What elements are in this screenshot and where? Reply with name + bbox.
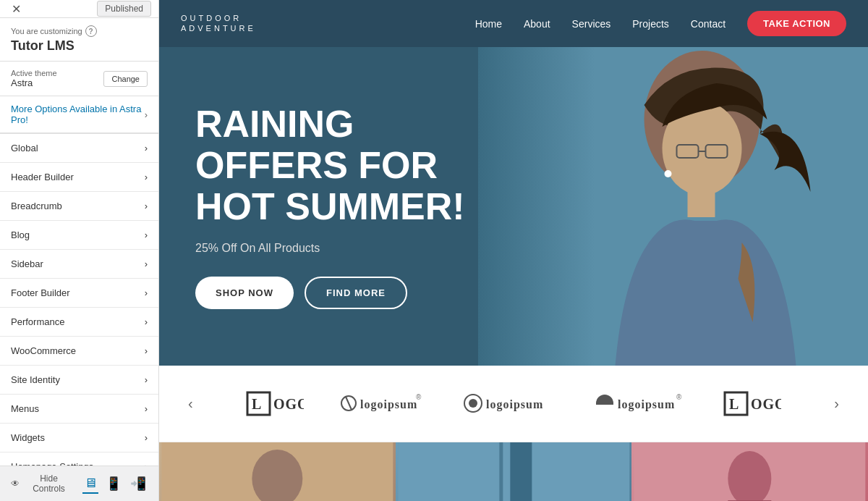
sidebar-item-widgets[interactable]: Widgets ›: [0, 424, 158, 452]
mobile-device-icon[interactable]: 📲: [129, 474, 148, 494]
svg-rect-18: [596, 403, 613, 405]
preview-image-1: [159, 442, 396, 501]
hero-content: RAINING OFFERS FOR HOT SUMMER! 25% Off O…: [159, 60, 549, 353]
chevron-right-icon: ›: [145, 258, 148, 269]
take-action-button[interactable]: TAKE ACTION: [747, 11, 846, 36]
svg-text:logoipsum: logoipsum: [486, 398, 543, 411]
svg-text:logoipsum: logoipsum: [618, 398, 675, 411]
sidebar-item-footer-builder[interactable]: Footer Builder ›: [0, 279, 158, 308]
desktop-device-icon[interactable]: 🖥: [82, 474, 98, 494]
panel-info: You are customizing ? Tutor LMS: [0, 18, 158, 62]
active-theme-row: Active theme Astra Change: [0, 62, 158, 96]
chevron-right-icon: ›: [145, 109, 148, 120]
logo-5-svg: OGO L: [723, 391, 781, 416]
close-button[interactable]: ✕: [7, 0, 25, 17]
sidebar-item-woocommerce[interactable]: WooCommerce ›: [0, 337, 158, 366]
logos-section: ‹ OGO L logoipsum ®: [159, 366, 868, 442]
close-icon: ✕: [12, 2, 21, 16]
brand-logo-4: logoipsum ®: [593, 391, 687, 416]
svg-text:®: ®: [416, 393, 422, 401]
info-icon[interactable]: ?: [85, 25, 97, 37]
brand-logo-5: OGO L: [723, 391, 781, 416]
preview-image-1-svg: [159, 442, 396, 501]
find-more-button[interactable]: FIND MORE: [305, 277, 407, 309]
hero-buttons: SHOP NOW FIND MORE: [195, 277, 513, 309]
menu-section-1: Global › Header Builder › Breadcrumb › B…: [0, 134, 158, 366]
customizing-label: You are customizing ?: [11, 25, 148, 37]
eye-icon: 👁: [11, 479, 20, 489]
active-theme-info: Active theme Astra: [11, 69, 57, 88]
chevron-right-icon: ›: [145, 230, 148, 240]
brand-logo-2: logoipsum ®: [340, 391, 427, 416]
brand-logo-3: logoipsum: [463, 391, 557, 416]
svg-rect-29: [510, 442, 532, 501]
svg-rect-3: [677, 145, 699, 158]
sidebar-item-blog[interactable]: Blog ›: [0, 221, 158, 250]
device-switcher: 🖥 📱 📲: [82, 474, 148, 494]
nav-projects[interactable]: Projects: [632, 18, 669, 30]
nav-contact[interactable]: Contact: [691, 18, 726, 30]
change-theme-button[interactable]: Change: [103, 71, 148, 87]
customizer-panel: ✕ Published You are customizing ? Tutor …: [0, 0, 159, 501]
sidebar-item-global[interactable]: Global ›: [0, 134, 158, 163]
customizing-title: Tutor LMS: [11, 38, 148, 54]
preview-image-3-svg: [631, 442, 868, 501]
chevron-right-icon: ›: [145, 172, 148, 182]
svg-text:OGO: OGO: [273, 396, 304, 412]
shop-now-button[interactable]: SHOP NOW: [195, 277, 294, 309]
sidebar-item-menus[interactable]: Menus ›: [0, 395, 158, 424]
hero-title: RAINING OFFERS FOR HOT SUMMER!: [195, 104, 513, 228]
nav-about[interactable]: About: [524, 18, 550, 30]
logo-3-svg: logoipsum: [463, 391, 557, 416]
site-preview: OUTDOOR ADVENTURE Home About Services Pr…: [159, 0, 868, 501]
svg-point-1: [644, 51, 760, 188]
logo-1-svg: OGO L: [246, 391, 304, 416]
chevron-right-icon: ›: [145, 316, 148, 327]
logos-prev-button[interactable]: ‹: [188, 395, 193, 412]
nav-home[interactable]: Home: [475, 18, 502, 30]
sidebar-item-header-builder[interactable]: Header Builder ›: [0, 163, 158, 192]
svg-text:L: L: [252, 396, 262, 412]
logo-4-svg: logoipsum ®: [593, 391, 687, 416]
chevron-right-icon: ›: [145, 287, 148, 298]
preview-image-3: [631, 442, 868, 501]
svg-text:®: ®: [676, 393, 682, 401]
logos-row: OGO L logoipsum ® logoipsum: [193, 391, 835, 416]
svg-line-12: [346, 397, 352, 410]
svg-point-6: [665, 170, 672, 177]
svg-rect-4: [706, 145, 728, 158]
site-nav: Home About Services Projects Contact TAK…: [475, 11, 846, 36]
sidebar-item-site-identity[interactable]: Site Identity ›: [0, 366, 158, 395]
preview-image-2: [396, 442, 632, 501]
site-header: OUTDOOR ADVENTURE Home About Services Pr…: [159, 0, 868, 47]
logo-2-svg: logoipsum ®: [340, 391, 427, 416]
tablet-device-icon[interactable]: 📱: [104, 474, 123, 494]
hide-controls-button[interactable]: 👁 Hide Controls: [11, 473, 74, 494]
panel-footer: 👁 Hide Controls 🖥 📱 📲: [0, 466, 158, 501]
nav-services[interactable]: Services: [572, 18, 611, 30]
site-logo: OUTDOOR ADVENTURE: [181, 14, 256, 33]
logos-next-button[interactable]: ›: [834, 395, 839, 412]
svg-rect-28: [499, 442, 503, 501]
chevron-right-icon: ›: [145, 374, 148, 385]
astra-pro-label: More Options Available in Astra Pro!: [11, 104, 145, 125]
chevron-right-icon: ›: [145, 432, 148, 443]
sidebar-item-breadcrumb[interactable]: Breadcrumb ›: [0, 192, 158, 221]
chevron-right-icon: ›: [145, 403, 148, 414]
svg-point-2: [663, 101, 742, 195]
svg-text:OGO: OGO: [751, 396, 781, 412]
published-badge: Published: [97, 1, 151, 17]
svg-text:logoipsum: logoipsum: [360, 398, 417, 411]
astra-pro-banner[interactable]: More Options Available in Astra Pro! ›: [0, 96, 158, 134]
brand-logo-1: OGO L: [246, 391, 304, 416]
hero-subtitle: 25% Off On All Products: [195, 242, 513, 255]
preview-image-2-svg: [396, 442, 632, 501]
panel-topbar: ✕ Published: [0, 0, 158, 18]
chevron-right-icon: ›: [145, 201, 148, 211]
preview-images-row: [159, 442, 868, 501]
sidebar-item-performance[interactable]: Performance ›: [0, 308, 158, 337]
chevron-right-icon: ›: [145, 345, 148, 356]
sidebar-item-sidebar[interactable]: Sidebar ›: [0, 250, 158, 279]
svg-text:L: L: [729, 396, 739, 412]
chevron-right-icon: ›: [145, 143, 148, 153]
